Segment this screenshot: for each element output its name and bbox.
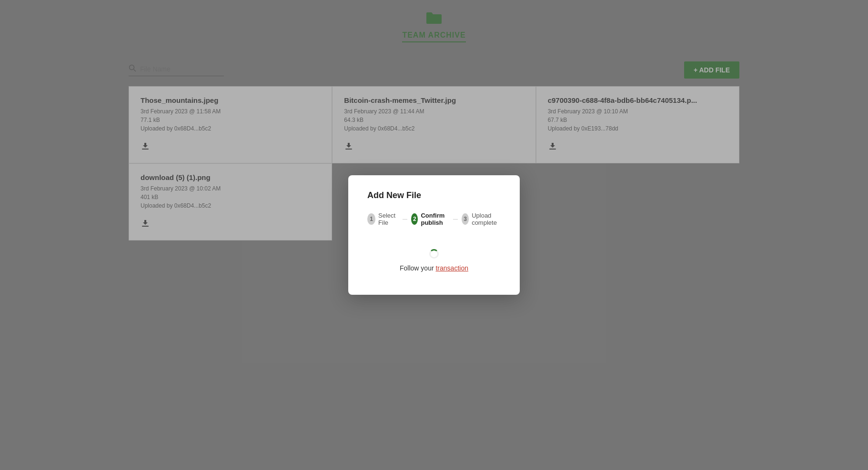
step-2: 2 Confirm publish: [411, 212, 449, 226]
transaction-link[interactable]: transaction: [435, 264, 468, 272]
loading-spinner: [429, 249, 439, 259]
step-1-label: Select File: [378, 212, 399, 226]
follow-transaction-text: Follow your transaction: [400, 264, 468, 272]
step-divider-2: [453, 219, 458, 220]
modal-content: Follow your transaction: [367, 241, 501, 280]
step-3-label: Upload complete: [472, 212, 501, 226]
step-3: 3 Upload complete: [462, 212, 501, 226]
step-2-circle: 2: [411, 213, 418, 225]
modal-title: Add New File: [367, 190, 501, 200]
step-2-label: Confirm publish: [421, 212, 449, 226]
add-new-file-modal: Add New File 1 Select File 2 Confirm pub…: [348, 175, 520, 295]
modal-overlay: Add New File 1 Select File 2 Confirm pub…: [0, 0, 868, 470]
step-divider-1: [403, 219, 407, 220]
step-1: 1 Select File: [367, 212, 399, 226]
stepper: 1 Select File 2 Confirm publish 3 Upload…: [367, 212, 501, 226]
step-3-circle: 3: [462, 213, 469, 225]
step-1-circle: 1: [367, 213, 375, 225]
